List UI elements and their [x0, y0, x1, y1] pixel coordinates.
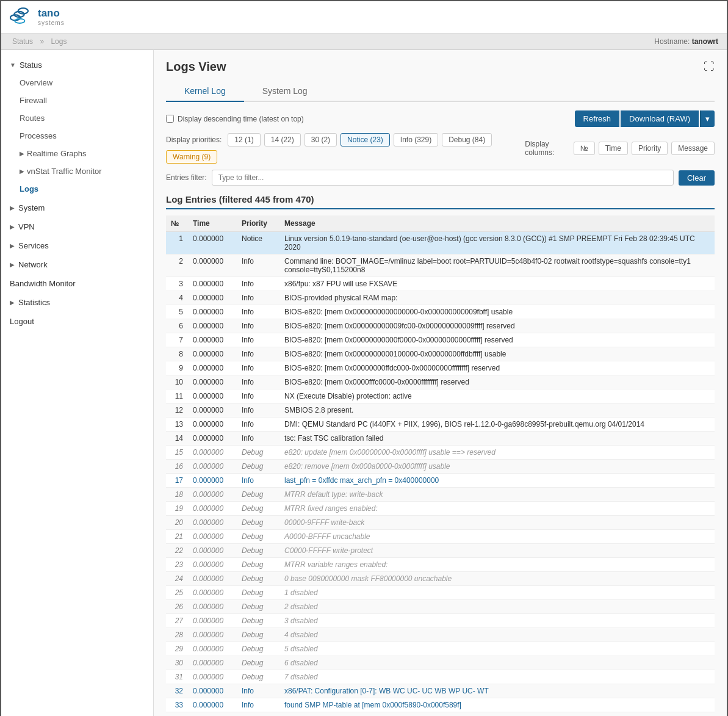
fullscreen-button[interactable]: ⛶: [704, 60, 715, 73]
cell-num: 10: [166, 375, 188, 389]
priority-btn-12[interactable]: 12 (1): [228, 133, 260, 146]
download-dropdown-button[interactable]: ▾: [700, 110, 715, 127]
sidebar-item-processes[interactable]: Processes: [1, 127, 153, 145]
priority-left: Display priorities: 12 (1) 14 (22) 30 (2…: [166, 133, 525, 164]
download-button[interactable]: Download (RAW): [621, 110, 699, 127]
cell-priority: Debug: [237, 586, 279, 600]
priority-btn-notice[interactable]: Notice (23): [341, 133, 390, 146]
cell-time: 0.000000: [188, 544, 237, 558]
cell-priority: Info: [237, 333, 279, 347]
cell-message: 5 disabled: [279, 642, 715, 656]
cell-time: 0.000000: [188, 586, 237, 600]
sidebar-section-header-services[interactable]: ▶ Services: [1, 237, 153, 255]
cell-message: Linux version 5.0.19-tano-standard (oe-u…: [279, 232, 715, 255]
table-row: 170.000000Infolast_pfn = 0xffdc max_arch…: [166, 474, 715, 488]
priority-btn-30[interactable]: 30 (2): [305, 133, 337, 146]
sidebar-item-logs[interactable]: Logs: [1, 180, 153, 198]
cell-num: 28: [166, 628, 188, 642]
table-row: 260.000000Debug2 disabled: [166, 600, 715, 614]
main-layout: ▼ Status Overview Firewall Routes Proces…: [1, 50, 727, 716]
priority-btn-info[interactable]: Info (329): [394, 133, 438, 146]
sidebar-section-statistics: ▶ Statistics: [1, 294, 153, 311]
table-row: 330.000000Infofound SMP MP-table at [mem…: [166, 698, 715, 712]
table-row: 340.000000Infocheck: Scanning 1 areas fo…: [166, 712, 715, 717]
cell-priority: Debug: [237, 614, 279, 628]
cell-time: 0.000000: [188, 375, 237, 389]
cell-time: 0.000000: [188, 361, 237, 375]
cell-num: 6: [166, 319, 188, 333]
table-row: 250.000000Debug1 disabled: [166, 586, 715, 600]
sidebar-section-header-status[interactable]: ▼ Status: [1, 56, 153, 74]
table-row: 220.000000DebugC0000-FFFFF write-protect: [166, 544, 715, 558]
cell-priority: Info: [237, 389, 279, 403]
cell-message: 6 disabled: [279, 656, 715, 670]
col-btn-message[interactable]: Message: [671, 142, 715, 155]
sidebar-section-label-vpn: VPN: [18, 222, 35, 231]
filter-row: Entries filter: Clear: [166, 170, 715, 186]
sidebar-item-logout[interactable]: Logout: [1, 313, 153, 330]
priority-btn-debug[interactable]: Debug (84): [442, 133, 492, 146]
cell-message: A0000-BFFFF uncachable: [279, 530, 715, 544]
th-priority: Priority: [237, 215, 279, 232]
table-row: 50.000000InfoBIOS-e820: [mem 0x000000000…: [166, 305, 715, 319]
cell-num: 20: [166, 516, 188, 530]
arrow-right-icon-2: ▶: [20, 168, 24, 175]
tab-system-log[interactable]: System Log: [244, 81, 326, 102]
cell-num: 30: [166, 656, 188, 670]
col-btn-time[interactable]: Time: [599, 142, 628, 155]
sidebar-item-vnstat[interactable]: ▶vnStat Traffic Monitor: [1, 162, 153, 180]
cell-message: MTRR default type: write-back: [279, 488, 715, 502]
cell-time: 0.000000: [188, 516, 237, 530]
cell-priority: Debug: [237, 656, 279, 670]
cell-message: tsc: Fast TSC calibration failed: [279, 432, 715, 446]
cell-priority: Info: [237, 418, 279, 432]
logo-text: tano systems: [38, 8, 65, 26]
priority-btn-14[interactable]: 14 (22): [264, 133, 301, 146]
cell-priority: Debug: [237, 558, 279, 572]
cell-time: 0.000000: [188, 389, 237, 403]
clear-button[interactable]: Clear: [679, 170, 715, 186]
cell-priority: Debug: [237, 642, 279, 656]
sidebar-item-firewall[interactable]: Firewall: [1, 92, 153, 109]
cell-time: 0.000000: [188, 333, 237, 347]
cell-priority: Debug: [237, 670, 279, 684]
cell-num: 26: [166, 600, 188, 614]
tab-kernel-log[interactable]: Kernel Log: [166, 81, 244, 102]
cell-num: 24: [166, 572, 188, 586]
refresh-button[interactable]: Refresh: [575, 110, 620, 127]
cell-priority: Info: [237, 698, 279, 712]
tabs-bar: Kernel Log System Log: [166, 81, 715, 102]
sidebar-section-header-bandwidth[interactable]: Bandwidth Monitor: [1, 275, 153, 292]
sidebar-section-header-system[interactable]: ▶ System: [1, 199, 153, 217]
filter-input[interactable]: [212, 170, 674, 186]
cell-time: 0.000000: [188, 614, 237, 628]
table-row: 70.000000InfoBIOS-e820: [mem 0x000000000…: [166, 333, 715, 347]
sidebar-section-header-statistics[interactable]: ▶ Statistics: [1, 294, 153, 311]
table-row: 300.000000Debug6 disabled: [166, 656, 715, 670]
col-btn-priority[interactable]: Priority: [632, 142, 668, 155]
log-section-title: Log Entries (filtered 445 from 470): [166, 194, 715, 209]
cell-priority: Debug: [237, 446, 279, 460]
descending-time-checkbox[interactable]: [166, 115, 174, 123]
cell-time: 0.000000: [188, 684, 237, 698]
cell-priority: Info: [237, 403, 279, 418]
sidebar-item-overview[interactable]: Overview: [1, 74, 153, 92]
priority-btn-warning[interactable]: Warning (9): [166, 150, 217, 164]
breadcrumb-status[interactable]: Status: [12, 37, 33, 46]
cell-time: 0.000000: [188, 319, 237, 333]
sidebar-section-header-network[interactable]: ▶ Network: [1, 256, 153, 273]
cell-priority: Info: [237, 684, 279, 698]
sidebar-section-header-vpn[interactable]: ▶ VPN: [1, 218, 153, 236]
cell-priority: Debug: [237, 600, 279, 614]
sidebar-item-routes[interactable]: Routes: [1, 109, 153, 127]
cell-time: 0.000000: [188, 628, 237, 642]
col-btn-num[interactable]: №: [574, 142, 595, 155]
th-message: Message: [279, 215, 715, 232]
table-row: 20.000000InfoCommand line: BOOT_IMAGE=/v…: [166, 255, 715, 277]
descending-time-checkbox-label[interactable]: Display descending time (latest on top): [166, 115, 304, 123]
table-row: 10.000000NoticeLinux version 5.0.19-tano…: [166, 232, 715, 255]
dropdown-arrow-icon: ▾: [705, 114, 710, 123]
cell-num: 33: [166, 698, 188, 712]
sidebar-item-realtime-graphs[interactable]: ▶Realtime Graphs: [1, 145, 153, 162]
cell-message: BIOS-e820: [mem 0x0000000000000000-0x000…: [279, 305, 715, 319]
